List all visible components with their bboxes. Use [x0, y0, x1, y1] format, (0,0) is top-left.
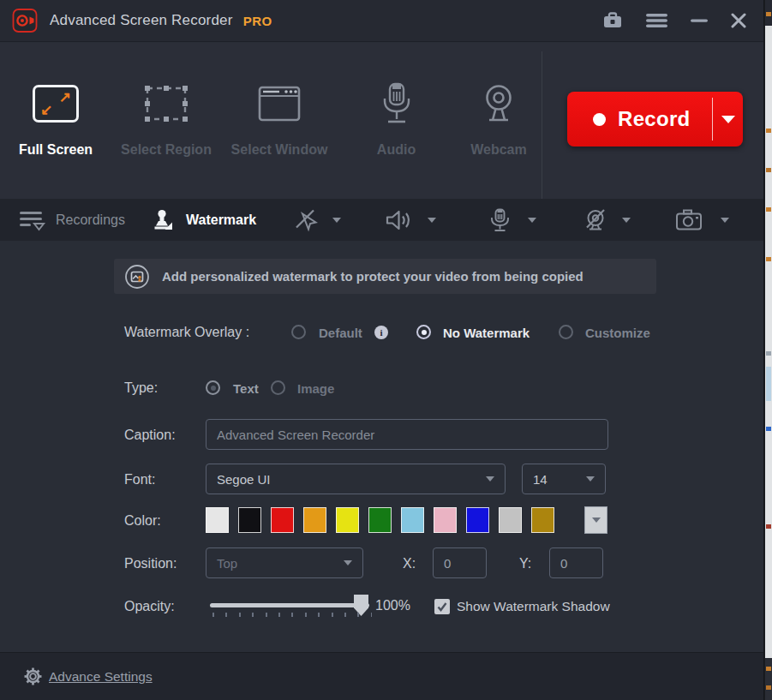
record-dropdown-caret[interactable] — [721, 116, 735, 123]
radio-default[interactable] — [291, 325, 306, 339]
capture-toolbar: ↗ ↙ Full Screen Select Region — [0, 43, 763, 199]
color-swatch[interactable] — [499, 507, 522, 533]
tab-label: Recordings — [56, 212, 125, 228]
x-input[interactable] — [433, 547, 487, 578]
audio-microphone-icon — [381, 77, 412, 130]
caption-label: Caption: — [124, 428, 176, 443]
color-swatch[interactable] — [336, 507, 359, 533]
color-picker-dropdown[interactable] — [584, 506, 607, 534]
shadow-checkbox-label[interactable]: Show Watermark Shadow — [457, 599, 610, 614]
minimize-button[interactable] — [691, 12, 708, 29]
caption-input[interactable] — [206, 419, 608, 450]
color-swatch[interactable] — [238, 507, 261, 533]
app-logo-icon — [12, 8, 38, 33]
background-page-sliver — [765, 0, 772, 700]
position-select[interactable]: Top — [206, 547, 363, 578]
radio-text[interactable] — [206, 380, 220, 395]
radio-text-label[interactable]: Text — [233, 381, 259, 396]
tab-webcam-overlay[interactable] — [584, 208, 607, 231]
color-swatch[interactable] — [401, 507, 424, 533]
x-label: X: — [403, 556, 416, 571]
font-select-caret — [486, 476, 494, 482]
overlay-label: Watermark Overlay : — [124, 325, 249, 340]
color-swatch[interactable] — [271, 507, 294, 533]
radio-default-label[interactable]: Default — [319, 326, 362, 340]
mode-audio[interactable]: Audio — [364, 77, 428, 158]
color-swatch[interactable] — [206, 507, 229, 533]
font-select[interactable]: Segoe UI — [206, 464, 506, 494]
check-icon — [436, 601, 448, 613]
font-size-value: 14 — [533, 472, 548, 487]
opacity-label: Opacity: — [124, 599, 175, 614]
color-swatch[interactable] — [531, 507, 554, 533]
mode-label: Webcam — [470, 142, 527, 158]
tab-screenshot[interactable] — [675, 209, 703, 231]
mode-full-screen[interactable]: ↗ ↙ Full Screen — [13, 77, 99, 158]
mode-label: Select Region — [121, 142, 212, 158]
toolkit-icon[interactable] — [602, 11, 623, 30]
microphone-icon — [490, 208, 510, 232]
color-swatch[interactable] — [368, 507, 392, 533]
title-bar: Advanced Screen Recorder PRO — [0, 0, 763, 42]
app-title: Advanced Screen Recorder — [50, 12, 233, 29]
recordings-list-icon — [19, 209, 46, 231]
color-swatch[interactable] — [466, 507, 489, 533]
close-button[interactable] — [731, 13, 746, 28]
tab-recordings[interactable]: Recordings — [19, 209, 125, 231]
radio-customize-label[interactable]: Customize — [585, 326, 650, 340]
font-label: Font: — [124, 472, 155, 488]
record-button[interactable]: Record — [567, 92, 743, 147]
opacity-slider-track[interactable] — [210, 603, 369, 607]
record-split-divider — [712, 98, 713, 141]
webcam-off-icon — [584, 208, 607, 231]
webcam-icon — [481, 77, 517, 130]
click-effects-dropdown-caret[interactable] — [332, 218, 341, 223]
footer-bar: Advance Settings — [0, 652, 763, 700]
y-input[interactable] — [549, 547, 603, 578]
info-icon[interactable]: i — [374, 326, 388, 339]
pro-badge: PRO — [243, 14, 272, 28]
position-select-caret — [344, 560, 352, 565]
microphone-dropdown-caret[interactable] — [528, 218, 536, 223]
tab-watermark[interactable]: Watermark — [152, 208, 256, 231]
font-size-caret — [586, 476, 595, 482]
mode-label: Audio — [377, 142, 416, 158]
menu-icon[interactable] — [646, 12, 667, 29]
app-window: Advanced Screen Recorder PRO — [0, 0, 764, 700]
watermark-image-icon — [124, 264, 150, 290]
webcam-overlay-dropdown-caret[interactable] — [622, 218, 631, 223]
color-swatch[interactable] — [303, 507, 326, 533]
watermark-info-banner: Add personalized watermark to protect yo… — [114, 259, 656, 294]
font-select-value: Segoe UI — [217, 472, 271, 487]
advance-settings-link[interactable]: Advance Settings — [49, 669, 153, 685]
radio-no-watermark-label[interactable]: No Watermark — [443, 326, 530, 340]
radio-customize[interactable] — [559, 325, 573, 339]
tab-microphone[interactable] — [490, 208, 510, 232]
radio-image[interactable] — [271, 380, 285, 395]
record-label: Record — [618, 107, 691, 131]
mode-select-region[interactable]: Select Region — [115, 77, 218, 158]
opacity-slider-ticks — [212, 613, 372, 617]
camera-icon — [675, 209, 703, 231]
record-dot-icon — [593, 113, 606, 126]
mode-webcam[interactable]: Webcam — [460, 77, 537, 158]
select-window-icon — [257, 77, 302, 130]
type-label: Type: — [124, 380, 158, 396]
opacity-value: 100% — [375, 598, 410, 613]
tab-system-sound[interactable] — [386, 208, 412, 231]
system-sound-dropdown-caret[interactable] — [428, 218, 436, 223]
mode-select-window[interactable]: Select Window — [224, 77, 334, 158]
color-label: Color: — [124, 513, 161, 529]
font-size-select[interactable]: 14 — [522, 464, 606, 494]
color-swatch[interactable] — [434, 507, 457, 533]
screenshot-dropdown-caret[interactable] — [721, 218, 729, 223]
tab-click-effects[interactable] — [294, 208, 318, 231]
watermark-stamp-icon — [152, 208, 174, 231]
banner-text: Add personalized watermark to protect yo… — [162, 269, 583, 284]
select-region-icon — [142, 77, 190, 130]
radio-no-watermark[interactable] — [416, 325, 431, 339]
mode-label: Full Screen — [19, 142, 93, 158]
watermark-panel: Add personalized watermark to protect yo… — [0, 241, 763, 652]
shadow-checkbox[interactable] — [434, 599, 450, 614]
radio-image-label[interactable]: Image — [297, 381, 334, 396]
